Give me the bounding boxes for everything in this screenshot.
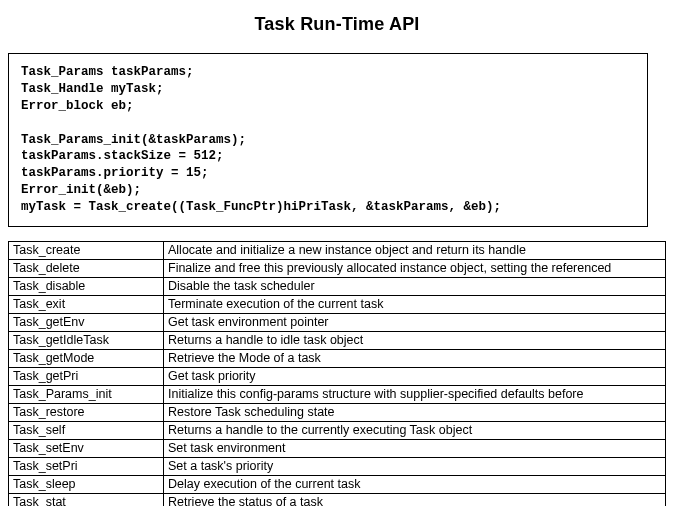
api-function-description: Terminate execution of the current task — [164, 295, 666, 313]
table-row: Task_getEnvGet task environment pointer — [9, 313, 666, 331]
api-function-name: Task_setPri — [9, 457, 164, 475]
api-function-description: Delay execution of the current task — [164, 475, 666, 493]
api-function-description: Get task priority — [164, 367, 666, 385]
table-row: Task_sleepDelay execution of the current… — [9, 475, 666, 493]
api-function-name: Task_create — [9, 241, 164, 259]
table-row: Task_restoreRestore Task scheduling stat… — [9, 403, 666, 421]
table-row: Task_Params_initInitialize this config-p… — [9, 385, 666, 403]
api-function-name: Task_setEnv — [9, 439, 164, 457]
api-function-name: Task_getMode — [9, 349, 164, 367]
api-function-description: Set a task's priority — [164, 457, 666, 475]
api-function-name: Task_getPri — [9, 367, 164, 385]
api-function-description: Disable the task scheduler — [164, 277, 666, 295]
table-row: Task_getIdleTaskReturns a handle to idle… — [9, 331, 666, 349]
table-row: Task_deleteFinalize and free this previo… — [9, 259, 666, 277]
table-row: Task_exitTerminate execution of the curr… — [9, 295, 666, 313]
table-row: Task_statRetrieve the status of a task — [9, 493, 666, 506]
api-function-description: Returns a handle to the currently execut… — [164, 421, 666, 439]
api-function-name: Task_restore — [9, 403, 164, 421]
table-row: Task_setEnvSet task environment — [9, 439, 666, 457]
table-row: Task_setPriSet a task's priority — [9, 457, 666, 475]
api-function-description: Returns a handle to idle task object — [164, 331, 666, 349]
api-function-name: Task_sleep — [9, 475, 164, 493]
api-function-name: Task_Params_init — [9, 385, 164, 403]
api-function-name: Task_delete — [9, 259, 164, 277]
code-example-box: Task_Params taskParams; Task_Handle myTa… — [8, 53, 648, 227]
table-row: Task_selfReturns a handle to the current… — [9, 421, 666, 439]
api-function-description: Get task environment pointer — [164, 313, 666, 331]
page-title: Task Run-Time API — [8, 14, 666, 35]
table-row: Task_disableDisable the task scheduler — [9, 277, 666, 295]
api-function-description: Allocate and initialize a new instance o… — [164, 241, 666, 259]
table-row: Task_getPriGet task priority — [9, 367, 666, 385]
table-row: Task_createAllocate and initialize a new… — [9, 241, 666, 259]
api-function-name: Task_getIdleTask — [9, 331, 164, 349]
api-function-description: Retrieve the status of a task — [164, 493, 666, 506]
api-function-description: Finalize and free this previously alloca… — [164, 259, 666, 277]
api-function-description: Restore Task scheduling state — [164, 403, 666, 421]
api-function-name: Task_disable — [9, 277, 164, 295]
api-function-name: Task_self — [9, 421, 164, 439]
api-table: Task_createAllocate and initialize a new… — [8, 241, 666, 506]
api-function-description: Initialize this config-params structure … — [164, 385, 666, 403]
api-function-description: Set task environment — [164, 439, 666, 457]
api-function-name: Task_getEnv — [9, 313, 164, 331]
api-function-description: Retrieve the Mode of a task — [164, 349, 666, 367]
api-function-name: Task_exit — [9, 295, 164, 313]
table-row: Task_getModeRetrieve the Mode of a task — [9, 349, 666, 367]
api-function-name: Task_stat — [9, 493, 164, 506]
